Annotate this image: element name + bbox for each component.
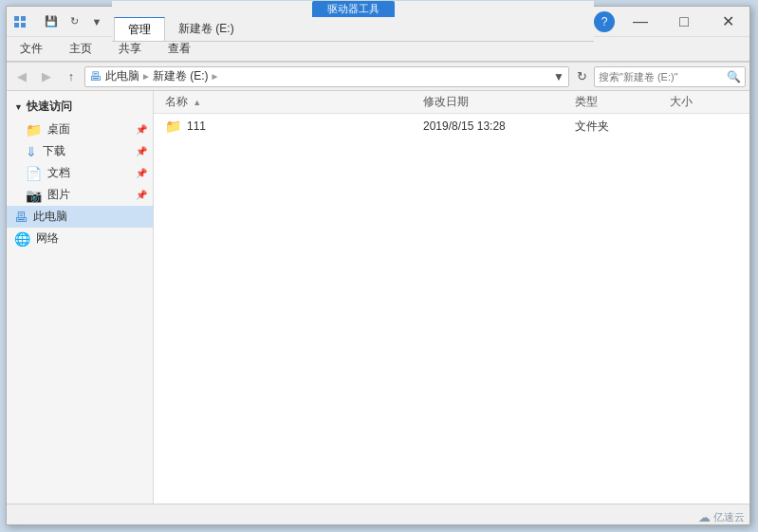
content-area: ▼ 快速访问 📁 桌面 📌 ⇓ 下载 📌 📄 文档 📌 📷 图片 [7, 91, 749, 504]
sidebar-thispc-icon: 🖶 [14, 210, 28, 225]
file-date-111: 2019/8/15 13:28 [423, 119, 575, 133]
maximize-button[interactable]: □ [662, 7, 706, 37]
col-date-label: 修改日期 [423, 95, 469, 108]
sidebar-network-label: 网络 [36, 230, 59, 247]
svg-rect-0 [14, 16, 19, 21]
col-header-size[interactable]: 大小 [670, 94, 746, 110]
manage-label: 驱动器工具 [312, 1, 395, 17]
sidebar-documents-label: 文档 [47, 165, 70, 181]
ribbon-tab-manage[interactable]: 管理 [114, 17, 165, 41]
manage-header-container: 驱动器工具 [112, 1, 594, 17]
sidebar-item-desktop[interactable]: 📁 桌面 📌 [7, 119, 153, 140]
sidebar-quick-access-label: 快速访问 [27, 99, 72, 115]
up-button[interactable]: ↑ [60, 65, 83, 88]
sidebar-desktop-label: 桌面 [47, 121, 70, 138]
col-header-date[interactable]: 修改日期 [423, 94, 575, 110]
col-header-type[interactable]: 类型 [575, 94, 670, 110]
sidebar-desktop-pin: 📌 [136, 124, 147, 135]
watermark-icon: ☁ [698, 510, 711, 524]
sidebar-desktop-icon: 📁 [26, 122, 42, 138]
sidebar-downloads-icon: ⇓ [26, 144, 37, 159]
qat-save-btn[interactable]: 💾 [42, 12, 61, 31]
search-bar[interactable]: 🔍 [594, 66, 746, 87]
back-button[interactable]: ◀ [10, 65, 33, 88]
watermark-text: 亿速云 [713, 510, 745, 524]
file-folder-icon-111: 📁 [165, 119, 181, 134]
file-list: 名称 ▲ 修改日期 类型 大小 📁 111 2019/8 [154, 91, 749, 504]
crumb-thispc[interactable]: 此电脑 [105, 68, 139, 84]
sidebar-downloads-pin: 📌 [136, 146, 147, 156]
sidebar-expand-icon: ▼ [14, 102, 23, 112]
titlebar-controls: ? — □ ✕ [594, 7, 749, 36]
sidebar: ▼ 快速访问 📁 桌面 📌 ⇓ 下载 📌 📄 文档 📌 📷 图片 [7, 91, 154, 504]
svg-rect-1 [21, 16, 26, 21]
col-type-label: 类型 [575, 95, 598, 108]
refresh-button[interactable]: ↻ [571, 66, 592, 87]
file-list-header: 名称 ▲ 修改日期 类型 大小 [154, 91, 749, 114]
ribbon-tab-home[interactable]: 主页 [56, 37, 105, 61]
search-input[interactable] [599, 71, 727, 83]
sidebar-item-network[interactable]: 🌐 网络 [7, 228, 153, 249]
titlebar-left: 💾 ↻ ▼ [7, 7, 112, 36]
qat-dropdown-btn[interactable]: ▼ [87, 12, 106, 31]
titlebar: 💾 ↻ ▼ 驱动器工具 管理 新建卷 (E:) ? — □ ✕ [7, 7, 749, 37]
sidebar-item-documents[interactable]: 📄 文档 📌 [7, 162, 153, 184]
sidebar-network-icon: 🌐 [14, 231, 30, 247]
sidebar-downloads-label: 下载 [43, 143, 65, 159]
col-header-name[interactable]: 名称 ▲ [157, 94, 423, 110]
sidebar-documents-icon: 📄 [26, 166, 42, 181]
sidebar-documents-pin: 📌 [136, 168, 147, 178]
col-name-label: 名称 [165, 95, 188, 108]
sidebar-item-downloads[interactable]: ⇓ 下载 📌 [7, 140, 153, 162]
crumb-newvol[interactable]: 新建卷 (E:) [153, 68, 209, 84]
ribbon-tab-file[interactable]: 文件 [7, 37, 56, 61]
svg-rect-2 [14, 23, 19, 28]
minimize-button[interactable]: — [619, 7, 662, 37]
watermark: ☁ 亿速云 [698, 510, 745, 524]
svg-rect-3 [21, 23, 26, 28]
sidebar-item-thispc[interactable]: 🖶 此电脑 [7, 206, 153, 228]
forward-button[interactable]: ▶ [35, 65, 58, 88]
crumb-sep-2: ► [211, 71, 220, 82]
address-pc-icon: 🖶 [89, 69, 102, 83]
sidebar-item-pictures[interactable]: 📷 图片 📌 [7, 184, 153, 206]
statusbar [7, 504, 749, 524]
crumb-sep-1: ► [141, 71, 151, 82]
qat-undo-btn[interactable]: ↻ [65, 12, 83, 31]
sidebar-pictures-pin: 📌 [136, 190, 147, 200]
sidebar-quick-access[interactable]: ▼ 快速访问 [7, 95, 153, 119]
ribbon-tab-new-vol[interactable]: 新建卷 (E:) [165, 17, 248, 41]
navigation-toolbar: ◀ ▶ ↑ 🖶 此电脑 ► 新建卷 (E:) ► ▼ ↻ 🔍 [7, 63, 749, 91]
file-explorer-window: 💾 ↻ ▼ 驱动器工具 管理 新建卷 (E:) ? — □ ✕ [6, 6, 750, 525]
help-button[interactable]: ? [594, 11, 615, 32]
window-icon [12, 14, 28, 29]
sidebar-pictures-icon: 📷 [26, 188, 42, 203]
address-crumb-1: 此电脑 ► 新建卷 (E:) ► [105, 68, 219, 84]
file-type-111: 文件夹 [575, 119, 670, 135]
sidebar-pictures-label: 图片 [47, 187, 70, 203]
sidebar-thispc-label: 此电脑 [33, 209, 67, 225]
file-name-111: 📁 111 [157, 119, 423, 134]
ribbon-tab-row: 管理 新建卷 (E:) [112, 17, 594, 42]
titlebar-tabs-area: 驱动器工具 管理 新建卷 (E:) [112, 7, 594, 36]
col-size-label: 大小 [670, 95, 693, 108]
address-bar[interactable]: 🖶 此电脑 ► 新建卷 (E:) ► ▼ [84, 66, 569, 87]
file-name-text-111: 111 [187, 119, 206, 133]
address-dropdown[interactable]: ▼ [553, 70, 564, 83]
search-icon[interactable]: 🔍 [727, 70, 741, 83]
close-button[interactable]: ✕ [706, 7, 749, 37]
file-row-111[interactable]: 📁 111 2019/8/15 13:28 文件夹 [154, 114, 749, 138]
col-sort-arrow: ▲ [193, 98, 201, 107]
